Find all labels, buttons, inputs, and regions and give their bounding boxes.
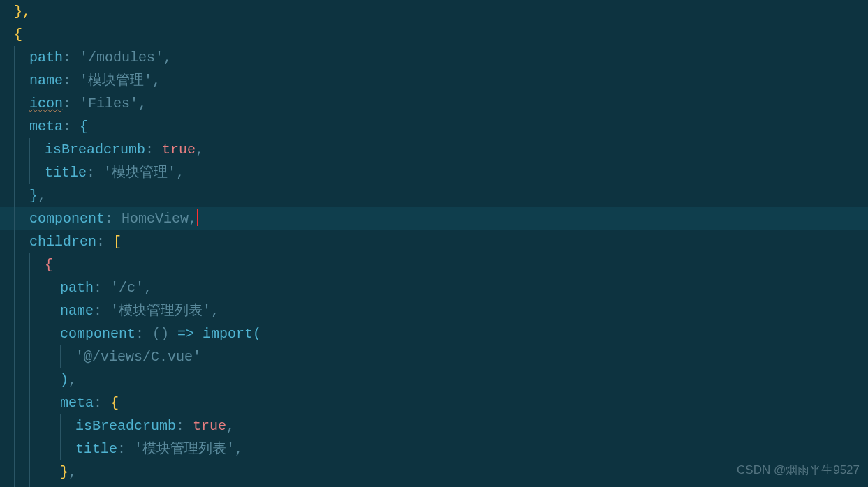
key: path <box>29 50 63 66</box>
code-line: meta: { <box>0 115 868 138</box>
code-line: title: '模块管理列表', <box>0 437 868 460</box>
code-line: name: '模块管理列表', <box>0 299 868 322</box>
key: isBreadcrumb <box>75 418 176 434</box>
key: name <box>29 73 63 89</box>
key: path <box>60 280 94 296</box>
import-keyword: import <box>203 326 253 342</box>
code-editor[interactable]: }, { path: '/modules', name: '模块管理', ico… <box>0 0 868 487</box>
code-line: { <box>0 253 868 276</box>
key: title <box>75 441 117 457</box>
string: '模块管理列表' <box>134 441 235 457</box>
string: '模块管理列表' <box>110 303 211 319</box>
code-line: isBreadcrumb: true, <box>0 138 868 161</box>
string: '/c' <box>110 280 144 296</box>
code-line-active: component: HomeView, <box>0 207 868 230</box>
code-line: title: '模块管理', <box>0 161 868 184</box>
code-line: path: '/c', <box>0 276 868 299</box>
paren-open: ( <box>253 326 261 342</box>
bool: true <box>162 142 196 158</box>
key: title <box>45 165 87 181</box>
code-line: icon: 'Files', <box>0 92 868 115</box>
bool: true <box>193 418 226 434</box>
cursor <box>197 209 198 226</box>
key: children <box>29 234 96 250</box>
string: '模块管理' <box>80 73 152 89</box>
identifier: HomeView <box>122 211 189 227</box>
string: '@/views/C.vue' <box>75 349 201 365</box>
string: '/modules' <box>80 50 163 66</box>
code-line: path: '/modules', <box>0 46 868 69</box>
brace-open: { <box>45 257 53 273</box>
key: meta <box>29 119 63 135</box>
brace-open: { <box>110 395 119 411</box>
key: component <box>29 211 105 227</box>
code-line: { <box>0 23 868 46</box>
code-line: name: '模块管理', <box>0 69 868 92</box>
brace-close: } <box>29 188 38 204</box>
key: component <box>60 326 135 342</box>
code-line: } <box>0 484 868 487</box>
code-line: ), <box>0 368 868 391</box>
key: meta <box>60 395 94 411</box>
code-line: '@/views/C.vue' <box>0 345 868 368</box>
brace: }, <box>14 3 31 20</box>
string: 'Files' <box>80 96 138 112</box>
code-line: children: [ <box>0 230 868 253</box>
string: '模块管理' <box>103 165 176 181</box>
paren-close: ) <box>60 372 68 388</box>
key: icon <box>29 96 63 112</box>
key: name <box>60 303 94 319</box>
code-line: component: () => import( <box>0 322 868 345</box>
brace-close: } <box>60 464 68 480</box>
brace-open: { <box>80 119 88 135</box>
code-line: isBreadcrumb: true, <box>0 414 868 437</box>
code-line: }, <box>0 184 868 207</box>
key: isBreadcrumb <box>45 142 145 158</box>
code-line: }, <box>0 0 868 23</box>
brace: { <box>14 27 22 43</box>
watermark: CSDN @烟雨平生9527 <box>737 458 860 481</box>
bracket-open: [ <box>113 234 122 250</box>
arrow: => <box>177 326 194 342</box>
code-line: meta: { <box>0 391 868 414</box>
